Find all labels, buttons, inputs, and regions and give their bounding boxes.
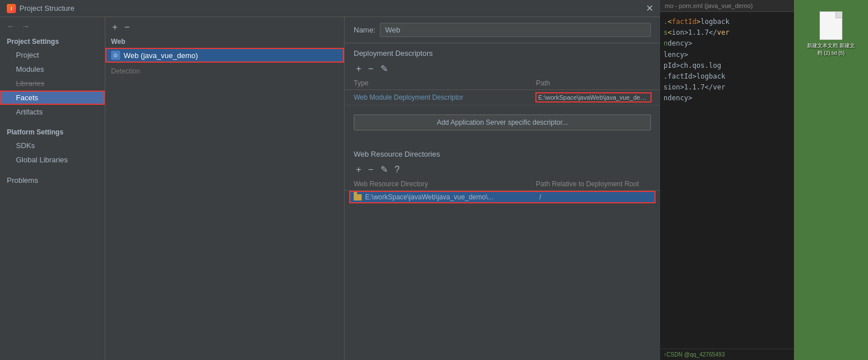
sidebar-item-global-libraries[interactable]: Global Libraries (0, 153, 105, 167)
code-line-6: .factId>logback (664, 71, 791, 82)
back-button[interactable]: ← (5, 21, 17, 32)
platform-settings-label: Platform Settings (0, 124, 105, 138)
web-resource-toolbar: + − ✎ ? (345, 162, 660, 178)
middle-toolbar: + − (105, 17, 344, 35)
add-server-descriptor-button[interactable]: Add Application Server specific descript… (354, 114, 651, 130)
sidebar-item-problems[interactable]: Problems (0, 171, 105, 189)
sidebar-item-modules[interactable]: Modules (0, 62, 105, 76)
type-column-header: Type (354, 79, 536, 87)
main-panel: Name: Deployment Descriptors + − ✎ Type … (345, 17, 660, 360)
sidebar-item-project[interactable]: Project (0, 48, 105, 62)
code-line-5: pId>ch.qos.log (664, 60, 791, 71)
sidebar-item-artifacts[interactable]: Artifacts (0, 105, 105, 119)
folder-icon (354, 194, 362, 201)
intellij-logo-icon: I (7, 4, 16, 13)
sidebar: ← → Project Settings Project Modules Lib… (0, 17, 105, 360)
deployment-descriptors-title: Deployment Descriptors (345, 43, 660, 61)
code-line-3: ndency> (664, 38, 791, 49)
edit-resource-button[interactable]: ✎ (378, 164, 390, 175)
web-resource-row[interactable]: E:\workSpace\javaWeb\java_vue_demo\... / (349, 191, 656, 203)
web-resource-title: Web Resource Directories (345, 144, 660, 162)
file-icon (820, 11, 842, 40)
web-resource-dir-cell: E:\workSpace\javaWeb\java_vue_demo\... (365, 193, 536, 201)
sidebar-item-libraries[interactable]: Libraries (0, 76, 105, 91)
name-label: Name: (354, 26, 375, 34)
middle-panel: + − Web ⊙ Web (java_vue_demo) Detection (105, 17, 345, 360)
dialog-title: Project Structure (19, 4, 75, 13)
directory-col-header: Web Resource Directory (354, 180, 536, 188)
deployment-toolbar: + − ✎ (345, 61, 660, 77)
name-field-row: Name: (345, 17, 660, 43)
web-module-item[interactable]: ⊙ Web (java_vue_demo) (105, 48, 344, 63)
project-settings-label: Project Settings (0, 35, 105, 48)
code-line-8: ndency> (664, 93, 791, 104)
remove-resource-button[interactable]: − (366, 164, 375, 175)
code-footer: ↑CSDN @qq_42765493 (660, 349, 794, 360)
edit-descriptor-button[interactable]: ✎ (378, 63, 390, 75)
module-icon: ⊙ (111, 51, 120, 60)
detection-label: Detection (105, 63, 344, 77)
path-column-header: Path (536, 79, 651, 87)
add-facet-button[interactable]: + (110, 22, 120, 33)
desktop-background: 新建文本文档 新建文档 (2).txt (5) (794, 0, 868, 360)
web-resource-table-header: Web Resource Directory Path Relative to … (345, 178, 660, 191)
web-section-label: Web (105, 35, 344, 48)
code-line-4: lency> (664, 50, 791, 60)
code-line-7: sion>1.1.7</ver (664, 82, 791, 93)
web-resource-section: Web Resource Directories + − ✎ ? Web Res… (345, 144, 660, 203)
code-panel: mo - pom.xml (java_vue_demo) .<factId>lo… (660, 0, 794, 360)
project-structure-dialog: I Project Structure ✕ ← → Project Settin… (0, 0, 660, 360)
name-input[interactable] (380, 23, 651, 37)
add-resource-button[interactable]: + (354, 164, 363, 175)
web-resource-path-cell: / (539, 193, 541, 201)
deployment-table-header: Type Path (345, 77, 660, 90)
path-relative-col-header: Path Relative to Deployment Root (536, 180, 651, 188)
remove-facet-button[interactable]: − (122, 22, 132, 33)
code-panel-header: mo - pom.xml (java_vue_demo) (660, 0, 794, 12)
code-line-2: s<ion>1.1.7</ver (664, 27, 791, 38)
close-button[interactable]: ✕ (646, 3, 653, 14)
remove-descriptor-button[interactable]: − (366, 63, 375, 75)
deployment-type-cell: Web Module Deployment Descriptor (354, 93, 536, 101)
desktop-file-1[interactable]: 新建文本文档 新建文档 (2).txt (5) (807, 11, 855, 57)
file-label: 新建文本文档 新建文档 (2).txt (5) (807, 42, 855, 57)
module-label: Web (java_vue_demo) (124, 51, 198, 60)
forward-button[interactable]: → (19, 21, 32, 32)
help-resource-button[interactable]: ? (392, 164, 402, 175)
add-descriptor-button[interactable]: + (354, 63, 363, 75)
sidebar-item-facets[interactable]: Facets (0, 91, 105, 105)
nav-controls: ← → (0, 17, 105, 35)
deployment-path-cell: E:\workSpace\javaWeb\java_vue_demo\src\m… (536, 93, 651, 102)
deployment-table-row[interactable]: Web Module Deployment Descriptor E:\work… (345, 90, 660, 105)
dialog-titlebar: I Project Structure ✕ (0, 0, 660, 17)
code-line-1: .<factId>logback (664, 17, 791, 27)
code-content: .<factId>logback s<ion>1.1.7</ver ndency… (660, 12, 794, 349)
sidebar-item-sdks[interactable]: SDKs (0, 138, 105, 153)
